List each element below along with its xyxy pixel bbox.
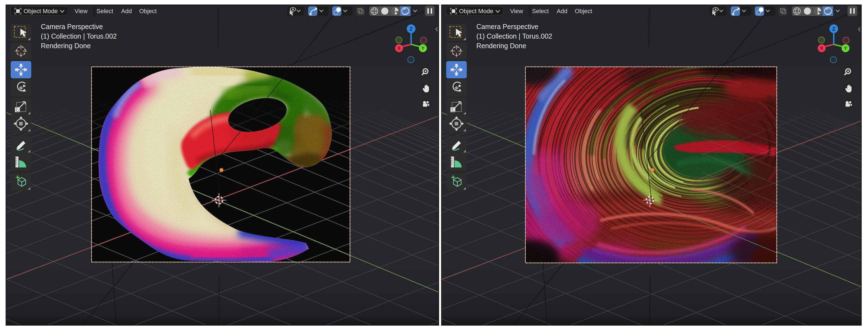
svg-text:Object: Object xyxy=(139,8,157,14)
svg-text:Camera Perspective: Camera Perspective xyxy=(41,23,103,30)
svg-text:Rendering Done: Rendering Done xyxy=(41,42,91,49)
svg-text:Y: Y xyxy=(844,46,847,51)
svg-text:Select: Select xyxy=(96,8,113,14)
svg-text:Add: Add xyxy=(557,8,567,14)
svg-text:(1) Collection | Torus.002: (1) Collection | Torus.002 xyxy=(41,32,117,40)
svg-text:Object: Object xyxy=(575,8,592,14)
svg-text:Camera Perspective: Camera Perspective xyxy=(476,23,538,30)
svg-text:Z: Z xyxy=(832,26,835,32)
svg-text:Object Mode: Object Mode xyxy=(459,8,493,14)
svg-text:View: View xyxy=(74,8,87,14)
svg-text:Rendering Done: Rendering Done xyxy=(476,42,526,49)
svg-text:Z: Z xyxy=(409,26,413,32)
svg-text:Select: Select xyxy=(532,8,549,14)
svg-text:Object Mode: Object Mode xyxy=(24,8,58,14)
svg-text:(1) Collection | Torus.002: (1) Collection | Torus.002 xyxy=(476,32,552,40)
svg-text:Y: Y xyxy=(421,46,425,51)
svg-text:View: View xyxy=(510,8,523,14)
svg-text:X: X xyxy=(820,46,823,51)
svg-text:Add: Add xyxy=(121,8,132,14)
svg-text:X: X xyxy=(397,46,401,51)
